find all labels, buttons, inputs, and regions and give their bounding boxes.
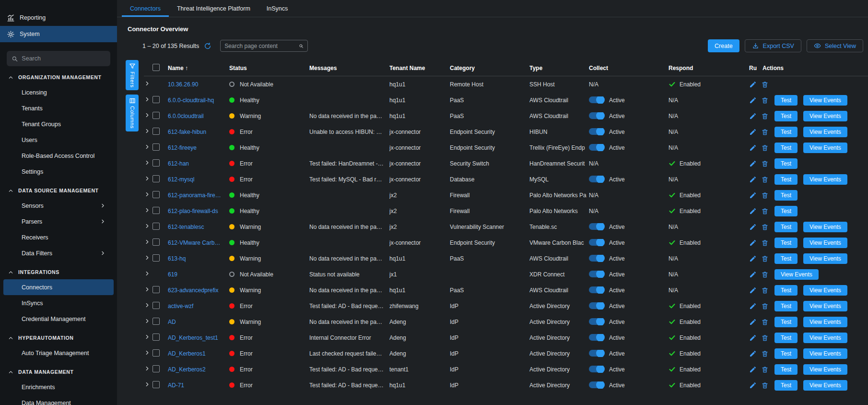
select-view-button[interactable]: Select View: [807, 39, 863, 52]
edit-icon[interactable]: [749, 286, 757, 294]
test-button[interactable]: Test: [774, 127, 798, 137]
export-csv-button[interactable]: Export CSV: [745, 39, 801, 52]
expand-chevron-icon[interactable]: [144, 254, 151, 261]
delete-icon[interactable]: [761, 334, 769, 342]
expand-chevron-icon[interactable]: [144, 112, 151, 119]
collect-toggle-on[interactable]: [589, 223, 604, 230]
view-events-button[interactable]: View Events: [803, 348, 847, 359]
collect-toggle-on[interactable]: [589, 239, 604, 246]
col-header-messages[interactable]: Messages: [309, 65, 389, 71]
sidebar-item-receivers[interactable]: Receivers: [3, 229, 114, 245]
row-checkbox[interactable]: [152, 238, 160, 246]
sidebar-item-reporting[interactable]: Reporting: [0, 10, 117, 26]
expand-chevron-icon[interactable]: [144, 207, 151, 214]
connector-name-link[interactable]: 6.0.0-cloudtrail-hq: [168, 97, 229, 104]
select-all-checkbox[interactable]: [152, 64, 160, 71]
view-events-button[interactable]: View Events: [803, 253, 847, 264]
collect-toggle-on[interactable]: [589, 302, 604, 309]
connector-name-link[interactable]: AD_Kerberos_test1: [168, 334, 229, 341]
col-header-type[interactable]: Type: [529, 65, 589, 71]
tab-threat-intelligence-platform[interactable]: Threat Intelligence Platform: [169, 0, 258, 17]
row-checkbox[interactable]: [152, 112, 160, 119]
delete-icon[interactable]: [761, 350, 769, 357]
sidebar-item-settings[interactable]: Settings: [3, 164, 114, 179]
expand-chevron-icon[interactable]: [144, 334, 151, 340]
edit-icon[interactable]: [749, 144, 757, 152]
delete-icon[interactable]: [761, 191, 769, 199]
edit-icon[interactable]: [749, 350, 757, 357]
edit-icon[interactable]: [749, 302, 757, 310]
connector-name-link[interactable]: 613-hq: [168, 255, 229, 262]
row-checkbox[interactable]: [152, 207, 160, 214]
filters-button[interactable]: Filters: [126, 60, 139, 90]
sidebar-item-auto-triage-management[interactable]: Auto Triage Management: [3, 345, 114, 361]
delete-icon[interactable]: [761, 96, 769, 104]
edit-icon[interactable]: [749, 381, 757, 389]
row-checkbox[interactable]: [152, 128, 160, 135]
edit-icon[interactable]: [749, 255, 757, 262]
collect-toggle-on[interactable]: [589, 144, 604, 151]
test-button[interactable]: Test: [774, 380, 798, 391]
columns-button[interactable]: Columns: [126, 95, 139, 131]
test-button[interactable]: Test: [774, 364, 798, 375]
collect-toggle-on[interactable]: [589, 334, 604, 341]
connector-name-link[interactable]: AD_Kerberos1: [168, 350, 229, 357]
delete-icon[interactable]: [761, 366, 769, 373]
sidebar-item-role-based-access-control[interactable]: Role-Based Access Control: [3, 148, 114, 164]
connector-name-link[interactable]: 612-mysql: [168, 176, 229, 183]
sidebar-item-enrichments[interactable]: Enrichments: [3, 379, 114, 395]
row-checkbox[interactable]: [152, 334, 160, 341]
expand-chevron-icon[interactable]: [144, 286, 151, 293]
sidebar-item-parsers[interactable]: Parsers: [3, 214, 114, 229]
create-button[interactable]: Create: [708, 39, 739, 52]
sidebar-section-data-source-management[interactable]: DATA SOURCE MANAGEMENT: [0, 183, 117, 198]
edit-icon[interactable]: [749, 191, 757, 199]
delete-icon[interactable]: [761, 160, 769, 167]
expand-chevron-icon[interactable]: [144, 159, 151, 166]
view-events-button[interactable]: View Events: [803, 380, 847, 391]
connector-name-link[interactable]: 623-advancedprefix: [168, 287, 229, 294]
row-checkbox[interactable]: [152, 349, 160, 357]
test-button[interactable]: Test: [774, 238, 798, 248]
delete-icon[interactable]: [761, 381, 769, 389]
sidebar-search-input[interactable]: [22, 55, 106, 62]
col-header-category[interactable]: Category: [450, 65, 529, 71]
edit-icon[interactable]: [749, 207, 757, 215]
view-events-button[interactable]: View Events: [803, 127, 847, 137]
view-events-button[interactable]: View Events: [803, 301, 847, 311]
delete-icon[interactable]: [761, 81, 769, 88]
test-button[interactable]: Test: [774, 158, 798, 169]
connector-name-link[interactable]: 619: [168, 271, 229, 278]
connector-name-link[interactable]: 612-tenablesc: [168, 224, 229, 230]
delete-icon[interactable]: [761, 302, 769, 310]
row-checkbox[interactable]: [152, 318, 160, 325]
view-events-button[interactable]: View Events: [803, 174, 847, 185]
test-button[interactable]: Test: [774, 285, 798, 296]
expand-chevron-icon[interactable]: [144, 80, 151, 87]
sidebar-item-connectors[interactable]: Connectors: [3, 279, 114, 295]
col-header-collect[interactable]: Collect: [589, 65, 669, 71]
edit-icon[interactable]: [749, 112, 757, 120]
sidebar-item-sensors[interactable]: Sensors: [3, 198, 114, 214]
row-checkbox[interactable]: [152, 96, 160, 103]
sidebar-item-tenant-groups[interactable]: Tenant Groups: [3, 116, 114, 132]
col-header-status[interactable]: Status: [229, 65, 309, 71]
collect-toggle-on[interactable]: [589, 318, 604, 325]
test-button[interactable]: Test: [774, 301, 798, 311]
sidebar-section-hyperautomation[interactable]: HYPERAUTOMATION: [0, 331, 117, 345]
row-checkbox[interactable]: [152, 365, 160, 372]
col-header-tenant-name[interactable]: Tenant Name: [389, 65, 450, 71]
delete-icon[interactable]: [761, 255, 769, 262]
collect-toggle-on[interactable]: [589, 381, 604, 388]
sidebar-item-licensing[interactable]: Licensing: [3, 84, 114, 100]
sidebar-section-integrations[interactable]: INTEGRATIONS: [0, 265, 117, 279]
edit-icon[interactable]: [749, 96, 757, 104]
collect-toggle-on[interactable]: [589, 112, 604, 119]
sidebar-item-credential-management[interactable]: Credential Management: [3, 311, 114, 327]
connector-name-link[interactable]: AD_Kerberos2: [168, 366, 229, 373]
collect-toggle-on[interactable]: [589, 96, 604, 103]
sidebar-item-data-management[interactable]: Data Management: [3, 395, 114, 405]
edit-icon[interactable]: [749, 176, 757, 183]
test-button[interactable]: Test: [774, 206, 798, 216]
expand-chevron-icon[interactable]: [144, 381, 151, 388]
